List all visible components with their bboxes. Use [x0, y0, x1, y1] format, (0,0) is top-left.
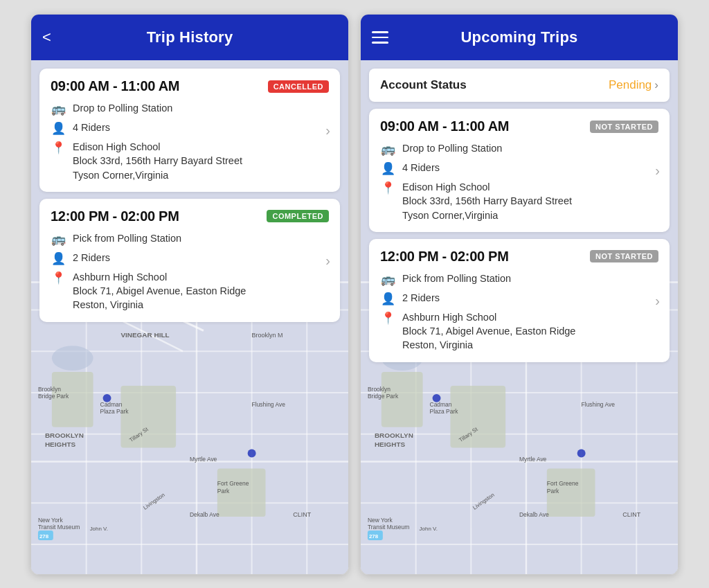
trip-card-1-header: 09:00 AM - 11:00 AM CANCELLED [51, 78, 329, 94]
svg-text:Brooklyn: Brooklyn [368, 386, 391, 393]
upcoming-trip-2-desc-row: 🚌 Pick from Polling Station [380, 271, 658, 287]
svg-text:HEIGHTS: HEIGHTS [375, 440, 406, 448]
svg-text:Flushing Ave: Flushing Ave [582, 401, 616, 408]
svg-text:Myrtle Ave: Myrtle Ave [519, 456, 547, 463]
trip-1-location-city: Tyson Corner,Virginia [73, 170, 168, 181]
upcoming-trip-1-location-city: Tyson Corner,Virginia [402, 210, 498, 221]
upcoming-trip-2-badge: NOT STARTED [590, 250, 658, 262]
menu-line-2 [372, 37, 388, 39]
trip-2-location-row: 📍 Ashburn High School Block 71, Abigel A… [51, 270, 329, 312]
trip-1-chevron: › [325, 122, 330, 138]
screens-container: < Trip History [17, 0, 692, 588]
svg-text:New York: New York [38, 517, 63, 524]
upcoming-trip-2-time: 12:00 PM - 02:00 PM [380, 249, 509, 265]
car-icon-upcoming-2: 🚌 [380, 272, 395, 287]
upcoming-trip-2-location-city: Reston, Virginia [402, 339, 473, 350]
trip-1-desc: Drop to Polling Station [73, 101, 329, 115]
upcoming-trip-2-location-row: 📍 Ashburn High School Block 71, Abigel A… [380, 310, 658, 353]
svg-text:New York: New York [368, 517, 393, 524]
upcoming-trips-cards: Account Status Pending › 09:00 AM - 11:0… [361, 60, 678, 362]
trip-card-2-header: 12:00 PM - 02:00 PM COMPLETED [51, 208, 329, 224]
riders-icon-upcoming-2: 👤 [380, 292, 395, 306]
svg-text:CLINT: CLINT [622, 511, 640, 518]
upcoming-trip-1-badge: NOT STARTED [590, 121, 658, 133]
trip-2-desc: Pick from Polling Station [73, 231, 329, 245]
upcoming-trip-2-location: Ashburn High School Block 71, Abigel Ave… [402, 310, 658, 353]
upcoming-trip-1-desc-row: 🚌 Drop to Polling Station [380, 141, 658, 157]
svg-text:Park: Park [547, 488, 559, 495]
account-status-value: Pending [609, 78, 652, 92]
trip-2-riders: 2 Riders [73, 251, 329, 265]
upcoming-trip-2-desc: Pick from Polling Station [402, 271, 658, 285]
trip-2-riders-row: 👤 2 Riders [51, 251, 329, 266]
riders-icon-2: 👤 [51, 251, 66, 266]
upcoming-trip-2-details: 🚌 Pick from Polling Station 👤 2 Riders 📍… [380, 271, 658, 353]
trip-1-location: Edison High School Block 33rd, 156th Har… [73, 140, 329, 182]
svg-text:BROOKLYN: BROOKLYN [45, 431, 84, 439]
svg-point-19 [52, 346, 93, 371]
svg-text:278: 278 [369, 533, 379, 540]
svg-text:Myrtle Ave: Myrtle Ave [190, 456, 217, 463]
upcoming-trip-2-location-name: Ashburn High School [402, 312, 496, 323]
svg-text:Brooklyn M: Brooklyn M [252, 332, 283, 339]
svg-text:Brooklyn: Brooklyn [38, 386, 61, 393]
back-button[interactable]: < [42, 28, 51, 46]
trip-1-riders: 4 Riders [73, 121, 329, 134]
upcoming-trip-2-riders: 2 Riders [402, 291, 658, 305]
svg-text:Plaza Park: Plaza Park [100, 408, 129, 415]
svg-text:Fort Greene: Fort Greene [547, 480, 579, 487]
trip-1-badge: CANCELLED [268, 80, 329, 93]
upcoming-trip-1-location: Edison High School Block 33rd, 156th Har… [402, 180, 658, 222]
trip-2-location-city: Reston, Virginia [73, 299, 143, 310]
trip-1-location-name: Edison High School [73, 141, 161, 152]
upcoming-trip-1-chevron: › [655, 162, 660, 178]
trip-1-location-row: 📍 Edison High School Block 33rd, 156th H… [51, 140, 329, 182]
trip-history-screen: < Trip History [30, 14, 349, 575]
svg-text:John V.: John V. [420, 526, 438, 532]
location-icon-upcoming-1: 📍 [380, 181, 395, 195]
svg-point-41 [248, 449, 256, 458]
svg-text:Park: Park [217, 488, 230, 495]
upcoming-trip-1-header: 09:00 AM - 11:00 AM NOT STARTED [380, 118, 658, 134]
svg-point-87 [577, 449, 586, 458]
svg-text:VINEGAR HILL: VINEGAR HILL [120, 331, 169, 339]
svg-text:John V.: John V. [90, 526, 108, 532]
trip-2-badge: COMPLETED [267, 210, 329, 222]
upcoming-trip-2-header: 12:00 PM - 02:00 PM NOT STARTED [380, 249, 658, 265]
menu-button[interactable] [372, 31, 388, 44]
account-status-bar[interactable]: Account Status Pending › [369, 69, 670, 102]
trip-2-details: 🚌 Pick from Polling Station 👤 2 Riders 📍… [51, 231, 329, 312]
upcoming-trip-1-riders-row: 👤 4 Riders [380, 161, 658, 176]
upcoming-trip-card-2[interactable]: 12:00 PM - 02:00 PM NOT STARTED 🚌 Pick f… [369, 239, 670, 362]
trip-2-chevron: › [325, 252, 330, 268]
trip-history-content: VINEGAR HILL BROOKLYN HEIGHTS Jane's Car… [31, 60, 348, 575]
trip-1-location-address: Block 33rd, 156th Harry Bayard Street [73, 155, 242, 166]
svg-text:Flushing Ave: Flushing Ave [252, 401, 286, 408]
upcoming-trips-header: Upcoming Trips [361, 15, 678, 60]
location-icon-upcoming-2: 📍 [380, 311, 395, 326]
svg-text:Bridge Park: Bridge Park [368, 393, 399, 400]
menu-line-3 [372, 42, 388, 44]
upcoming-trip-2-location-address: Block 71, Abigel Avenue, Easton Ridge [402, 326, 575, 337]
upcoming-trips-content: VINEGAR HILL BROOKLYN HEIGHTS Jane's Car… [361, 60, 678, 575]
car-icon-upcoming-1: 🚌 [380, 142, 395, 157]
svg-text:CLINT: CLINT [293, 511, 311, 518]
svg-text:Fort Greene: Fort Greene [217, 480, 249, 487]
upcoming-trip-card-1[interactable]: 09:00 AM - 11:00 AM NOT STARTED 🚌 Drop t… [369, 109, 670, 232]
trip-2-time: 12:00 PM - 02:00 PM [51, 208, 179, 224]
trip-history-cards: 09:00 AM - 11:00 AM CANCELLED 🚌 Drop to … [31, 60, 348, 322]
trip-card-1[interactable]: 09:00 AM - 11:00 AM CANCELLED 🚌 Drop to … [39, 69, 340, 192]
trip-card-2[interactable]: 12:00 PM - 02:00 PM COMPLETED 🚌 Pick fro… [39, 199, 340, 322]
svg-text:HEIGHTS: HEIGHTS [45, 440, 76, 448]
svg-text:Plaza Park: Plaza Park [430, 408, 459, 415]
trip-2-location-address: Block 71, Abigel Avenue, Easton Ridge [73, 285, 246, 296]
svg-text:Cadman: Cadman [430, 401, 452, 408]
riders-icon-1: 👤 [51, 121, 66, 136]
upcoming-trip-1-location-address: Block 33rd, 156th Harry Bayard Street [402, 195, 572, 206]
upcoming-trips-title: Upcoming Trips [460, 28, 577, 46]
trip-1-time: 09:00 AM - 11:00 AM [51, 78, 179, 94]
account-status-label: Account Status [380, 78, 467, 92]
menu-line-1 [372, 31, 388, 33]
svg-text:Transit Museum: Transit Museum [38, 524, 80, 531]
svg-point-86 [433, 394, 441, 402]
